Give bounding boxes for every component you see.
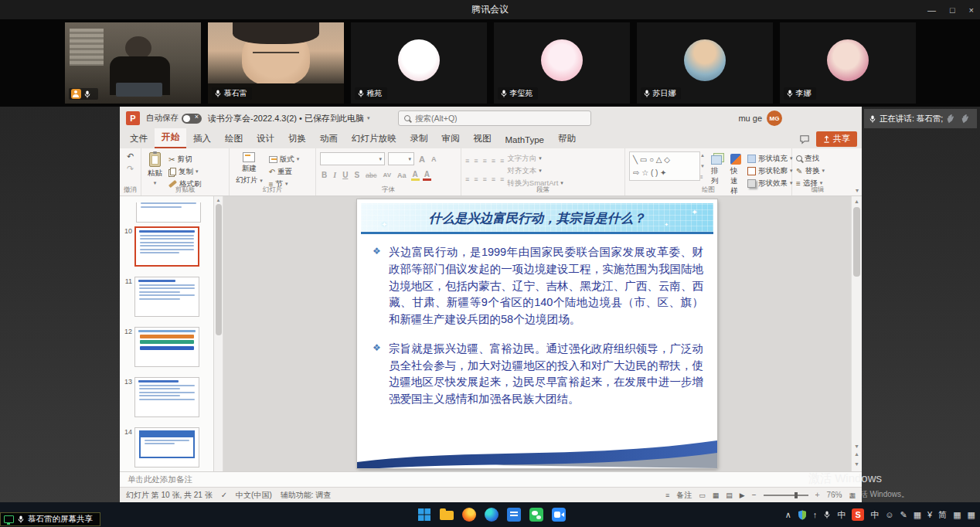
tab-animations[interactable]: 动画 — [313, 130, 345, 148]
video-tile-2[interactable]: 慕石雷 — [208, 22, 344, 104]
document-app-icon[interactable] — [507, 508, 521, 522]
wechat-icon[interactable] — [529, 508, 543, 522]
slide-thumbnail-11[interactable]: 11 — [120, 273, 213, 323]
redo-button[interactable]: ↷ — [127, 164, 134, 174]
shrink-font-button[interactable]: A — [430, 155, 438, 163]
scroll-up-icon[interactable]: ▲ — [216, 198, 221, 202]
emoji-tool-icon[interactable]: ☺ — [885, 510, 893, 519]
search-box[interactable] — [398, 110, 591, 126]
arrange-button[interactable]: 排列 — [709, 151, 724, 187]
highlight-color-button[interactable]: A — [411, 170, 420, 181]
new-slide-button[interactable]: 新建 幻灯片 ▾ — [233, 151, 265, 186]
zoom-slider[interactable] — [764, 495, 808, 496]
scrollbar-thumb[interactable] — [853, 207, 860, 277]
video-tile-3[interactable]: 稚苑 — [351, 22, 487, 104]
slide-thumbnail-10[interactable]: 10 — [120, 223, 213, 273]
char-spacing-button[interactable]: AV — [382, 172, 393, 178]
bold-button[interactable]: B — [320, 171, 328, 179]
zoom-level[interactable]: 76% — [826, 491, 842, 499]
next-slide-button[interactable]: ▼ — [854, 459, 859, 469]
tray-expand-icon[interactable]: ∧ — [785, 510, 791, 520]
language-indicator[interactable]: 中文(中国) — [236, 490, 272, 501]
scroll-down-icon[interactable]: ▼ — [854, 444, 859, 449]
slide-thumbnail-14[interactable]: 14 — [120, 423, 213, 471]
decrease-indent-button[interactable]: ≡ — [483, 157, 486, 165]
scroll-up-icon[interactable]: ▲ — [854, 199, 859, 204]
gallery-up-icon[interactable]: ▲ — [700, 153, 705, 158]
close-icon[interactable]: × — [969, 5, 974, 15]
font-name-combo[interactable]: ▾ — [320, 152, 385, 165]
line-spacing-button[interactable]: ≡ — [500, 157, 503, 165]
slide-sorter-button[interactable]: ▦ — [713, 491, 720, 499]
grow-font-button[interactable]: A — [417, 155, 427, 164]
editor-scrollbar[interactable]: ▲ ▼ ▲ ▼ — [851, 196, 862, 471]
slide-canvas[interactable]: ✦ ✦ ✦ 什么是兴边富民行动，其宗旨是什么？ ❖ 兴边富民行动，是1999年由… — [357, 199, 717, 468]
shape-fill-button[interactable]: 形状填充▾ — [747, 153, 793, 164]
slide-thumbnail-12[interactable]: 12 — [120, 323, 213, 373]
normal-view-button[interactable]: ▭ — [699, 491, 706, 499]
tab-review[interactable]: 审阅 — [435, 130, 467, 148]
collapse-ribbon-icon[interactable]: ▾ — [856, 187, 859, 194]
notes-toggle-icon[interactable]: ≡ — [665, 491, 669, 499]
increase-indent-button[interactable]: ≡ — [492, 157, 495, 165]
notes-pane[interactable]: 单击此处添加备注 — [120, 471, 862, 487]
tab-help[interactable]: 帮助 — [551, 130, 583, 148]
italic-button[interactable]: I — [332, 171, 338, 179]
toolbox-grid-icon[interactable]: ▦ — [953, 510, 961, 520]
tab-draw[interactable]: 绘图 — [218, 130, 250, 148]
video-tile-1[interactable] — [65, 22, 201, 104]
columns-button[interactable]: ≡ — [500, 175, 503, 183]
accessibility-status[interactable]: 辅助功能: 调查 — [281, 490, 332, 501]
thumbnail-scrollbar[interactable]: ▲ — [214, 196, 223, 471]
simplified-chinese-indicator[interactable]: 简 — [938, 509, 947, 521]
toolbox-grid-icon[interactable]: ▦ — [968, 510, 975, 520]
sogou-input-icon[interactable]: S — [852, 508, 864, 521]
slideshow-button[interactable]: ▶ — [740, 491, 745, 499]
underline-button[interactable]: U — [341, 171, 349, 179]
align-center-button[interactable]: ≡ — [474, 175, 477, 183]
comment-icon[interactable] — [799, 134, 810, 144]
undo-button[interactable]: ↶ — [127, 151, 134, 162]
tray-mic-icon[interactable] — [823, 510, 831, 519]
grid-tool-icon[interactable]: ▦ — [914, 510, 921, 520]
reading-view-button[interactable]: ▤ — [726, 491, 733, 499]
zoom-in-button[interactable]: + — [815, 491, 820, 499]
slide-thumbnail-partial[interactable] — [136, 202, 201, 223]
tab-transitions[interactable]: 切换 — [281, 130, 313, 148]
windows-start-icon[interactable] — [417, 508, 431, 522]
slide-thumbnail-13[interactable]: 13 — [120, 373, 213, 423]
gallery-down-icon[interactable]: ▼ — [700, 164, 705, 168]
tab-insert[interactable]: 插入 — [186, 130, 218, 148]
zoom-slider-knob[interactable] — [795, 492, 798, 498]
pen-tool-icon[interactable]: ✎ — [900, 510, 907, 520]
tab-mathtype[interactable]: MathType — [499, 132, 552, 148]
find-button[interactable]: 查找 — [796, 153, 825, 164]
file-explorer-icon[interactable] — [440, 511, 454, 520]
autosave-toggle[interactable]: 自动保存 — [146, 113, 202, 124]
align-left-button[interactable]: ≡ — [465, 175, 468, 183]
bullets-button[interactable]: ≡ — [465, 157, 468, 165]
shape-outline-button[interactable]: 形状轮廓▾ — [747, 165, 793, 176]
tab-home[interactable]: 开始 — [155, 128, 186, 148]
change-case-button[interactable]: Aa — [396, 172, 408, 179]
font-size-combo[interactable]: ▾ — [388, 152, 414, 165]
tab-slideshow[interactable]: 幻灯片放映 — [345, 130, 403, 148]
search-input[interactable] — [415, 114, 554, 123]
tab-design[interactable]: 设计 — [250, 130, 281, 148]
align-text-button[interactable]: 对齐文本▾ — [507, 165, 563, 176]
numbering-button[interactable]: ≡ — [474, 157, 477, 165]
firefox-icon[interactable] — [462, 508, 476, 522]
screen-share-banner[interactable]: 慕石雷的屏幕共享 — [0, 512, 100, 526]
shapes-gallery[interactable]: ╲ ▭ ○ △ ◇ ⇨ ☆ ( ) ✦ — [629, 151, 700, 181]
upload-icon[interactable]: ↑ — [813, 510, 818, 519]
account-avatar[interactable]: MG — [767, 110, 782, 126]
video-tile-5[interactable]: 苏日娜 — [637, 22, 773, 104]
edge-browser-icon[interactable] — [485, 508, 499, 522]
defender-shield-icon[interactable] — [798, 510, 807, 520]
justify-button[interactable]: ≡ — [492, 175, 495, 183]
font-color-button[interactable]: A — [423, 170, 431, 181]
tab-file[interactable]: 文件 — [123, 130, 155, 148]
cut-button[interactable]: ✂剪切 — [168, 154, 202, 165]
video-tile-6[interactable]: 李娜 — [780, 22, 916, 104]
notes-toggle[interactable]: 备注 — [676, 490, 692, 501]
